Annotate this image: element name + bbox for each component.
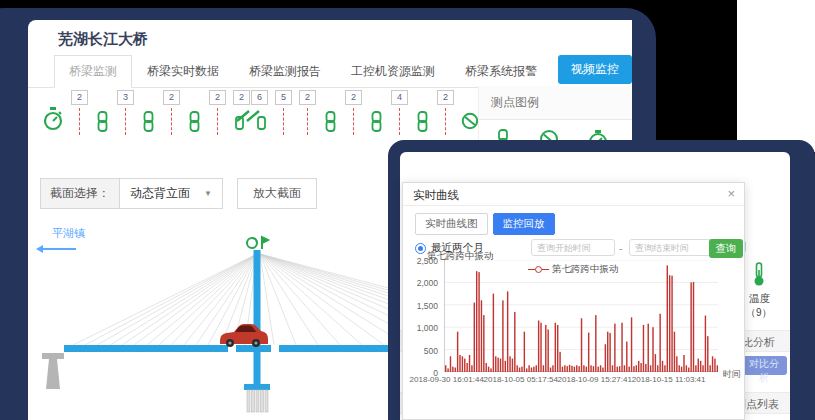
query-button[interactable]: 查询 [709,239,743,258]
temperature-count: （9） [746,306,772,320]
range-separator: - [619,242,623,254]
dashed-line-icon [399,108,400,135]
measure-point-marker: 2 [299,90,316,135]
y-tick-label: 1,000 [404,323,438,333]
main-tab[interactable]: 桥梁实时数据 [132,55,234,88]
point-count-badge: 2 [209,90,226,105]
wind-sensor-icon[interactable] [247,237,268,249]
point-count-badge: 2 [71,90,88,105]
y-tick-label: 2,000 [404,278,438,288]
compare-analysis-button[interactable]: 对比分析 [741,356,787,375]
measure-point-marker: 5 [275,90,292,135]
left-abutment [42,353,64,389]
stopwatch-sensor-icon[interactable] [42,106,64,136]
chevron-down-icon: ▼ [204,189,212,198]
legend-panel-title: 测点图例 [479,86,632,120]
dashed-line-icon [125,108,126,135]
dialog-tabs: 实时曲线图监控回放 [415,213,555,235]
temperature-label: 温度 [749,292,770,306]
point-count-badge: 3 [117,90,134,105]
background-white-panel [737,0,815,152]
point-count-badge: 5 [275,90,292,105]
chain-sensor-icon[interactable] [141,111,156,136]
thermometer-icon[interactable] [752,262,766,292]
vibration-chart-plot [444,260,718,372]
place-label: 平湖镇 [52,226,85,241]
bridge-pylon [254,250,261,384]
section-controls: 截面选择： 动态背立面 ▼ 放大截面 [40,178,317,209]
section-select-box: 截面选择： 动态背立面 ▼ [40,178,223,209]
measure-point-marker: 3 [117,90,134,135]
point-count-badge: 2 [163,90,180,105]
dashed-line-icon [445,108,446,135]
x-tick-label: 2018-09-30 16:01:44 [410,375,484,384]
car [220,324,268,347]
chain-sensor-icon[interactable] [415,111,430,136]
measure-point-marker: 2 [209,90,226,135]
dashed-line-icon [353,108,354,135]
dashed-line-icon [307,108,308,135]
chain-sensor-icon[interactable] [369,111,384,136]
point-count-badge: 6 [251,90,268,105]
x-tick-label: 2018-10-05 05:17:54 [484,375,558,384]
query-start-time-input[interactable] [531,239,615,256]
main-tab[interactable]: 桥梁监测 [54,55,132,88]
pylon-pile-cap [244,384,270,390]
dashed-line-icon [217,108,218,135]
ban-sensor-icon[interactable] [461,112,479,134]
truss-sensor-icon[interactable]: 26 [233,90,268,130]
dashed-line-icon [79,108,80,135]
realtime-curve-dialog: 实时曲线 × 实时曲线图监控回放 最近两个月 - 查询 第七跨跨中振动 第七跨跨… [402,182,745,420]
measure-point-marker: 2 [345,90,362,135]
measure-point-marker: 2 [71,90,88,135]
chain-sensor-icon[interactable] [187,111,202,136]
x-tick-label: 2018-10-09 15:27:41 [558,375,632,384]
screen: 芜湖长江大桥 桥梁监测桥梁实时数据桥梁监测报告工控机资源监测桥梁系统报警 视频监… [0,0,815,420]
point-count-badge: 2 [299,90,316,105]
y-tick-label: 1,500 [404,301,438,311]
x-tick-label: 2018-10-15 11:03:41 [632,375,706,384]
main-tab[interactable]: 工控机资源监测 [336,55,450,88]
chain-sensor-icon[interactable] [95,111,110,136]
enlarge-section-button[interactable]: 放大截面 [237,178,317,209]
point-count-badge: 2 [233,90,250,105]
measure-point-marker: 2 [163,90,180,135]
x-axis-name: 时间 [723,368,741,381]
radio-icon [415,243,426,254]
query-end-time-input[interactable] [629,239,713,256]
page-title: 芜湖长江大桥 [58,30,148,49]
main-tab[interactable]: 桥梁系统报警 [450,55,552,88]
dialog-header: 实时曲线 × [403,183,744,206]
close-icon[interactable]: × [727,186,735,201]
main-tabs: 桥梁监测桥梁实时数据桥梁监测报告工控机资源监测桥梁系统报警 [54,55,552,88]
measure-point-marker: 4 [391,90,408,135]
dashed-line-icon [283,108,284,135]
section-select[interactable]: 动态背立面 ▼ [120,179,222,208]
y-tick-label: 500 [404,346,438,356]
main-tabbar: 桥梁监测桥梁实时数据桥梁监测报告工控机资源监测桥梁系统报警 视频监控 [28,58,632,88]
y-tick-label: 2,500 [404,256,438,266]
west-direction-arrow-icon [40,248,76,250]
point-count-badge: 2 [437,90,454,105]
video-monitor-button[interactable]: 视频监控 [558,55,632,84]
pylon-piles [247,390,268,412]
chain-sensor-icon[interactable] [323,111,338,136]
section-select-label: 截面选择： [41,179,120,208]
measure-point-marker: 2 [437,90,454,135]
section-select-value: 动态背立面 [130,185,190,202]
dialog-tab[interactable]: 实时曲线图 [415,213,488,235]
dashed-line-icon [171,108,172,135]
dialog-tab[interactable]: 监控回放 [493,213,555,235]
point-count-badge: 4 [391,90,408,105]
main-tab[interactable]: 桥梁监测报告 [234,55,336,88]
dialog-title: 实时曲线 [413,188,459,203]
point-count-badge: 2 [345,90,362,105]
